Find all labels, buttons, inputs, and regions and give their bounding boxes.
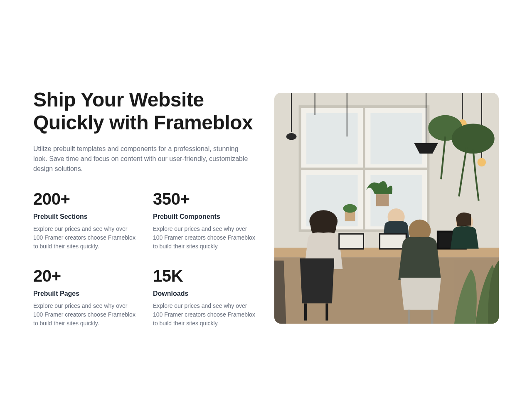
stat-value: 350+ [153,191,258,207]
stat-label: Downloads [153,290,258,297]
stat-prebuilt-pages: 20+ Prebuilt Pages Explore our prices an… [33,267,138,328]
svg-rect-37 [431,310,433,323]
svg-point-15 [478,158,486,166]
stat-prebuilt-components: 350+ Prebuilt Components Explore our pri… [153,191,258,251]
svg-point-21 [343,204,357,213]
svg-rect-28 [304,303,307,320]
svg-rect-19 [376,194,389,206]
hero-image [274,93,499,324]
stat-desc: Explore our prices and see why over 100 … [153,302,257,328]
svg-rect-4 [306,113,357,164]
svg-point-18 [452,124,495,154]
svg-rect-32 [380,234,406,248]
stat-label: Prebuilt Pages [33,290,138,297]
svg-rect-27 [340,234,363,248]
svg-point-16 [286,133,297,139]
stat-value: 200+ [33,191,138,207]
svg-rect-36 [408,310,410,323]
stat-value: 20+ [33,267,138,284]
hero-image-column [274,93,499,324]
stat-label: Prebuilt Components [153,213,258,220]
stat-prebuilt-sections: 200+ Prebuilt Sections Explore our price… [33,191,138,251]
stat-desc: Explore our prices and see why over 100 … [33,225,137,251]
stat-label: Prebuilt Sections [33,213,138,220]
stat-value: 15K [153,267,258,284]
stat-desc: Explore our prices and see why over 100 … [153,225,257,251]
subheadline: Utilize prebuilt templates and component… [33,144,249,174]
svg-point-25 [309,210,337,232]
svg-rect-29 [325,303,328,320]
stat-desc: Explore our prices and see why over 100 … [33,302,137,328]
headline: Ship Your Website Quickly with Frameblox [33,88,258,134]
stats-grid: 200+ Prebuilt Sections Explore our price… [33,191,258,328]
svg-rect-5 [370,113,421,164]
stat-downloads: 15K Downloads Explore our prices and see… [153,267,258,328]
content-column: Ship Your Website Quickly with Frameblox… [33,88,258,328]
